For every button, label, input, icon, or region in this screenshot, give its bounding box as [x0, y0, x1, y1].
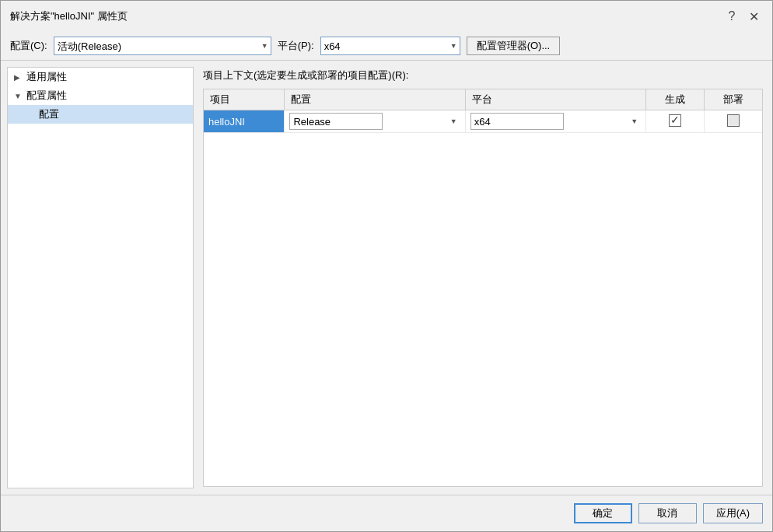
project-name-cell: helloJNI — [204, 110, 285, 133]
dialog-title: 解决方案"helloJNI" 属性页 — [10, 9, 128, 23]
project-table: 项目 配置 平台 生成 部署 helloJNI — [204, 89, 762, 133]
config-select-wrapper: 活动(Release) — [54, 37, 271, 55]
col-header-platform: 平台 — [465, 89, 645, 110]
help-button[interactable]: ? — [722, 7, 741, 26]
tree-arrow-general: ▶ — [14, 73, 26, 82]
col-header-build: 生成 — [646, 89, 705, 110]
cancel-button[interactable]: 取消 — [638, 503, 697, 523]
ok-button[interactable]: 确定 — [574, 503, 632, 523]
tree-label-config: 配置 — [39, 107, 59, 121]
dialog: 解决方案"helloJNI" 属性页 ? ✕ 配置(C): 活动(Release… — [0, 0, 773, 532]
table-row: helloJNI Release — [204, 110, 762, 133]
table-header-row: 项目 配置 平台 生成 部署 — [204, 89, 762, 110]
platform-label: 平台(P): — [278, 39, 314, 53]
config-row: 配置(C): 活动(Release) 平台(P): x64 配置管理器(O)..… — [1, 32, 772, 61]
config-select[interactable]: 活动(Release) — [54, 37, 271, 55]
platform-cell: x64 — [465, 110, 645, 133]
apply-button[interactable]: 应用(A) — [703, 503, 763, 523]
deploy-cell — [705, 110, 762, 133]
project-name: helloJNI — [208, 116, 245, 128]
close-button[interactable]: ✕ — [744, 7, 763, 26]
bottom-bar: 确定 取消 应用(A) — [1, 495, 772, 531]
tree-item-config-props[interactable]: ▼ 配置属性 — [8, 86, 193, 105]
col-header-project: 项目 — [204, 89, 285, 110]
tree-item-config[interactable]: 配置 — [8, 105, 193, 124]
platform-select-wrapper: x64 — [320, 37, 460, 55]
tree-label-config-props: 配置属性 — [26, 89, 67, 103]
project-table-wrapper: 项目 配置 平台 生成 部署 helloJNI — [203, 89, 763, 487]
config-cell-select-wrapper: Release — [289, 113, 460, 130]
build-cell — [646, 110, 705, 133]
col-header-config: 配置 — [285, 89, 465, 110]
deploy-checkbox[interactable] — [727, 114, 740, 127]
platform-cell-select-wrapper: x64 — [470, 113, 641, 130]
tree-label-general: 通用属性 — [26, 70, 67, 84]
row-platform-select[interactable]: x64 — [470, 113, 564, 130]
config-manager-button[interactable]: 配置管理器(O)... — [467, 37, 561, 55]
config-cell: Release — [285, 110, 465, 133]
row-config-select[interactable]: Release — [289, 113, 383, 130]
right-panel: 项目上下文(选定要生成或部署的项目配置)(R): 项目 配置 平台 生成 部署 — [194, 61, 772, 495]
col-header-deploy: 部署 — [705, 89, 762, 110]
right-panel-title: 项目上下文(选定要生成或部署的项目配置)(R): — [203, 68, 763, 82]
config-label: 配置(C): — [10, 39, 47, 53]
build-checkbox[interactable] — [669, 114, 681, 127]
tree-item-general[interactable]: ▶ 通用属性 — [8, 68, 193, 86]
main-content: ▶ 通用属性 ▼ 配置属性 配置 项目上下文(选定要生成或部署的项目配置)(R)… — [1, 61, 772, 495]
title-bar-controls: ? ✕ — [722, 7, 763, 26]
platform-select[interactable]: x64 — [320, 37, 460, 55]
tree-panel: ▶ 通用属性 ▼ 配置属性 配置 — [7, 67, 194, 488]
tree-arrow-config-props: ▼ — [14, 92, 26, 100]
title-bar: 解决方案"helloJNI" 属性页 ? ✕ — [1, 1, 772, 32]
